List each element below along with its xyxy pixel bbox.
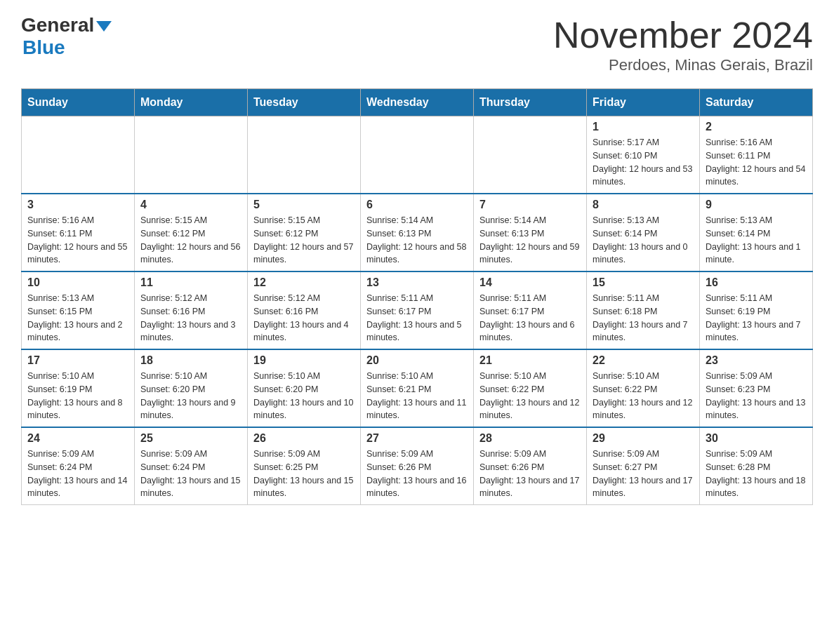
day-info: Sunrise: 5:11 AMSunset: 6:17 PMDaylight:… (366, 292, 468, 344)
day-cell-8: 8Sunrise: 5:13 AMSunset: 6:14 PMDaylight… (587, 194, 700, 271)
day-info: Sunrise: 5:14 AMSunset: 6:13 PMDaylight:… (366, 214, 468, 267)
day-number: 14 (479, 276, 581, 289)
header-saturday: Saturday (700, 89, 813, 116)
day-cell-empty-1 (135, 116, 248, 194)
logo-general: General (21, 14, 94, 36)
day-info: Sunrise: 5:14 AMSunset: 6:13 PMDaylight:… (479, 214, 581, 267)
header-friday: Friday (587, 89, 700, 116)
day-cell-7: 7Sunrise: 5:14 AMSunset: 6:13 PMDaylight… (474, 194, 587, 271)
week-row-3: 10Sunrise: 5:13 AMSunset: 6:15 PMDayligh… (22, 271, 813, 349)
day-cell-12: 12Sunrise: 5:12 AMSunset: 6:16 PMDayligh… (248, 271, 361, 349)
day-info: Sunrise: 5:09 AMSunset: 6:28 PMDaylight:… (706, 448, 807, 500)
day-cell-empty-4 (474, 116, 587, 194)
day-number: 16 (706, 276, 807, 289)
day-number: 29 (593, 432, 694, 445)
day-number: 8 (593, 199, 694, 211)
day-number: 5 (253, 199, 355, 211)
day-cell-24: 24Sunrise: 5:09 AMSunset: 6:24 PMDayligh… (22, 427, 135, 505)
day-number: 27 (366, 432, 468, 445)
day-number: 21 (479, 354, 581, 367)
day-cell-28: 28Sunrise: 5:09 AMSunset: 6:26 PMDayligh… (474, 427, 587, 505)
header-thursday: Thursday (474, 89, 587, 116)
day-number: 24 (27, 432, 128, 445)
day-number: 28 (479, 432, 581, 445)
day-cell-16: 16Sunrise: 5:11 AMSunset: 6:19 PMDayligh… (700, 271, 813, 349)
day-cell-30: 30Sunrise: 5:09 AMSunset: 6:28 PMDayligh… (700, 427, 813, 505)
day-cell-4: 4Sunrise: 5:15 AMSunset: 6:12 PMDaylight… (135, 194, 248, 271)
day-number: 4 (140, 199, 241, 211)
month-title: November 2024 (553, 14, 813, 56)
day-info: Sunrise: 5:16 AMSunset: 6:11 PMDaylight:… (706, 136, 807, 189)
header-sunday: Sunday (22, 89, 135, 116)
day-number: 7 (479, 199, 581, 211)
day-info: Sunrise: 5:09 AMSunset: 6:27 PMDaylight:… (593, 448, 694, 500)
calendar-header-row: SundayMondayTuesdayWednesdayThursdayFrid… (22, 89, 813, 116)
day-cell-11: 11Sunrise: 5:12 AMSunset: 6:16 PMDayligh… (135, 271, 248, 349)
day-cell-empty-0 (22, 116, 135, 194)
day-number: 15 (593, 276, 694, 289)
day-info: Sunrise: 5:10 AMSunset: 6:22 PMDaylight:… (479, 370, 581, 422)
page-header: General Blue November 2024 Perdoes, Mina… (21, 14, 813, 74)
day-number: 1 (593, 121, 694, 133)
day-info: Sunrise: 5:13 AMSunset: 6:14 PMDaylight:… (593, 214, 694, 267)
day-number: 18 (140, 354, 241, 367)
day-info: Sunrise: 5:11 AMSunset: 6:18 PMDaylight:… (593, 292, 694, 344)
day-info: Sunrise: 5:09 AMSunset: 6:26 PMDaylight:… (366, 448, 468, 500)
day-cell-13: 13Sunrise: 5:11 AMSunset: 6:17 PMDayligh… (361, 271, 474, 349)
day-cell-20: 20Sunrise: 5:10 AMSunset: 6:21 PMDayligh… (361, 349, 474, 427)
day-cell-21: 21Sunrise: 5:10 AMSunset: 6:22 PMDayligh… (474, 349, 587, 427)
day-number: 23 (706, 354, 807, 367)
header-monday: Monday (135, 89, 248, 116)
day-number: 12 (253, 276, 355, 289)
day-info: Sunrise: 5:16 AMSunset: 6:11 PMDaylight:… (27, 214, 128, 267)
logo-blue: Blue (22, 36, 65, 58)
day-info: Sunrise: 5:10 AMSunset: 6:21 PMDaylight:… (366, 370, 468, 422)
day-number: 25 (140, 432, 241, 445)
day-cell-23: 23Sunrise: 5:09 AMSunset: 6:23 PMDayligh… (700, 349, 813, 427)
day-cell-1: 1Sunrise: 5:17 AMSunset: 6:10 PMDaylight… (587, 116, 700, 194)
day-info: Sunrise: 5:09 AMSunset: 6:25 PMDaylight:… (253, 448, 355, 500)
day-number: 13 (366, 276, 468, 289)
day-number: 22 (593, 354, 694, 367)
day-info: Sunrise: 5:10 AMSunset: 6:19 PMDaylight:… (27, 370, 128, 422)
title-block: November 2024 Perdoes, Minas Gerais, Bra… (553, 14, 813, 74)
day-cell-14: 14Sunrise: 5:11 AMSunset: 6:17 PMDayligh… (474, 271, 587, 349)
location: Perdoes, Minas Gerais, Brazil (553, 56, 813, 74)
week-row-4: 17Sunrise: 5:10 AMSunset: 6:19 PMDayligh… (22, 349, 813, 427)
day-number: 26 (253, 432, 355, 445)
day-info: Sunrise: 5:17 AMSunset: 6:10 PMDaylight:… (593, 136, 694, 189)
day-info: Sunrise: 5:13 AMSunset: 6:14 PMDaylight:… (706, 214, 807, 267)
day-cell-22: 22Sunrise: 5:10 AMSunset: 6:22 PMDayligh… (587, 349, 700, 427)
header-wednesday: Wednesday (361, 89, 474, 116)
day-info: Sunrise: 5:11 AMSunset: 6:17 PMDaylight:… (479, 292, 581, 344)
day-number: 6 (366, 199, 468, 211)
day-cell-18: 18Sunrise: 5:10 AMSunset: 6:20 PMDayligh… (135, 349, 248, 427)
day-number: 10 (27, 276, 128, 289)
week-row-5: 24Sunrise: 5:09 AMSunset: 6:24 PMDayligh… (22, 427, 813, 505)
day-number: 20 (366, 354, 468, 367)
day-info: Sunrise: 5:12 AMSunset: 6:16 PMDaylight:… (140, 292, 241, 344)
day-number: 2 (706, 121, 807, 133)
day-number: 30 (706, 432, 807, 445)
day-info: Sunrise: 5:09 AMSunset: 6:26 PMDaylight:… (479, 448, 581, 500)
day-cell-empty-3 (361, 116, 474, 194)
logo: General Blue (21, 14, 112, 59)
day-cell-27: 27Sunrise: 5:09 AMSunset: 6:26 PMDayligh… (361, 427, 474, 505)
day-cell-5: 5Sunrise: 5:15 AMSunset: 6:12 PMDaylight… (248, 194, 361, 271)
day-info: Sunrise: 5:09 AMSunset: 6:23 PMDaylight:… (706, 370, 807, 422)
day-cell-2: 2Sunrise: 5:16 AMSunset: 6:11 PMDaylight… (700, 116, 813, 194)
day-info: Sunrise: 5:10 AMSunset: 6:22 PMDaylight:… (593, 370, 694, 422)
day-info: Sunrise: 5:13 AMSunset: 6:15 PMDaylight:… (27, 292, 128, 344)
day-cell-29: 29Sunrise: 5:09 AMSunset: 6:27 PMDayligh… (587, 427, 700, 505)
day-number: 17 (27, 354, 128, 367)
day-info: Sunrise: 5:11 AMSunset: 6:19 PMDaylight:… (706, 292, 807, 344)
day-cell-6: 6Sunrise: 5:14 AMSunset: 6:13 PMDaylight… (361, 194, 474, 271)
day-info: Sunrise: 5:12 AMSunset: 6:16 PMDaylight:… (253, 292, 355, 344)
header-tuesday: Tuesday (248, 89, 361, 116)
calendar-table: SundayMondayTuesdayWednesdayThursdayFrid… (21, 88, 813, 505)
day-cell-3: 3Sunrise: 5:16 AMSunset: 6:11 PMDaylight… (22, 194, 135, 271)
day-cell-26: 26Sunrise: 5:09 AMSunset: 6:25 PMDayligh… (248, 427, 361, 505)
day-cell-empty-2 (248, 116, 361, 194)
day-info: Sunrise: 5:10 AMSunset: 6:20 PMDaylight:… (253, 370, 355, 422)
day-cell-17: 17Sunrise: 5:10 AMSunset: 6:19 PMDayligh… (22, 349, 135, 427)
